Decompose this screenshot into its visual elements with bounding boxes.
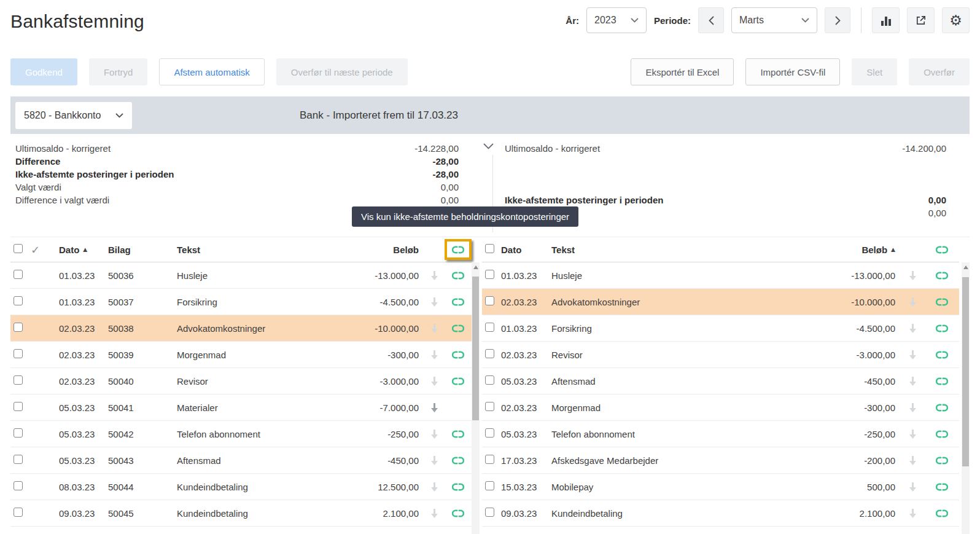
link-icon[interactable] (445, 483, 472, 491)
check-all-icon[interactable]: ✓ (31, 243, 40, 256)
move-down-icon[interactable] (424, 324, 445, 333)
select-all-checkbox[interactable] (14, 244, 23, 253)
link-icon[interactable] (925, 483, 959, 491)
row-checkbox[interactable] (14, 428, 23, 438)
column-header-dato[interactable]: Dato (501, 245, 551, 255)
move-down-icon[interactable] (424, 403, 445, 412)
move-down-icon[interactable] (424, 430, 445, 439)
row-checkbox[interactable] (14, 349, 23, 358)
select-all-checkbox[interactable] (485, 244, 494, 253)
next-period-button[interactable] (825, 7, 850, 33)
scrollbar-thumb[interactable] (962, 277, 969, 466)
link-icon[interactable] (445, 324, 472, 332)
move-down-icon[interactable] (424, 377, 445, 386)
approve-button[interactable]: Godkend (10, 58, 77, 85)
settings-button[interactable]: ⚙ (942, 7, 970, 33)
row-checkbox[interactable] (14, 270, 23, 279)
table-row[interactable]: 05.03.23 Aftensmad -450,00 (482, 368, 959, 395)
link-icon[interactable] (925, 430, 959, 438)
move-down-icon[interactable] (900, 456, 925, 465)
move-down-icon[interactable] (900, 324, 925, 333)
table-row[interactable]: 05.03.23 50042 Telefon abonnoment -250,0… (10, 421, 472, 447)
row-checkbox[interactable] (14, 481, 23, 490)
move-down-icon[interactable] (424, 350, 445, 359)
period-select[interactable]: Marts (731, 7, 817, 33)
move-down-icon[interactable] (900, 297, 925, 307)
move-down-icon[interactable] (424, 456, 445, 465)
link-icon[interactable] (445, 351, 472, 359)
link-icon[interactable] (445, 298, 472, 306)
year-select[interactable]: 2023 (586, 7, 647, 33)
table-row[interactable]: 02.03.23 Advokatomkostninger -10.000,00 (482, 289, 959, 315)
row-checkbox[interactable] (485, 402, 494, 411)
row-checkbox[interactable] (485, 270, 494, 279)
link-icon[interactable] (445, 272, 472, 280)
row-checkbox[interactable] (485, 481, 494, 490)
column-header-tekst[interactable]: Tekst (177, 245, 332, 255)
row-checkbox[interactable] (485, 296, 494, 305)
move-down-icon[interactable] (900, 430, 925, 439)
scroll-up-icon[interactable] (963, 265, 968, 269)
row-checkbox[interactable] (14, 296, 23, 305)
table-row[interactable]: 05.03.23 50041 Materialer -7.000,00 (10, 395, 472, 421)
undo-button[interactable]: Fortryd (89, 58, 148, 85)
table-row[interactable]: 02.03.23 Revisor -3.000,00 (482, 342, 959, 368)
link-icon[interactable] (445, 457, 472, 465)
bank-table-scrollbar[interactable] (472, 262, 480, 534)
table-row[interactable]: 02.03.23 50039 Morgenmad -300,00 (10, 342, 472, 368)
open-external-button[interactable] (907, 7, 935, 33)
row-checkbox[interactable] (485, 428, 494, 438)
row-checkbox[interactable] (14, 455, 23, 464)
move-down-icon[interactable] (900, 403, 925, 412)
table-row[interactable]: 15.03.23 Mobilepay 500,00 (482, 474, 959, 500)
link-icon[interactable] (925, 272, 959, 280)
table-row[interactable]: 02.03.23 50040 Revisor -3.000,00 (10, 368, 472, 395)
link-icon[interactable] (925, 509, 959, 517)
table-row[interactable]: 05.03.23 50043 Aftensmad -450,00 (10, 447, 472, 474)
link-icon[interactable] (925, 324, 959, 332)
transfer-next-period-button[interactable]: Overfør til næste periode (276, 58, 408, 85)
move-down-icon[interactable] (424, 297, 445, 307)
delete-button[interactable]: Slet (852, 58, 897, 85)
table-row[interactable]: 01.03.23 50037 Forsikring -4.500,00 (10, 289, 472, 315)
column-header-belob[interactable]: Beløb (332, 245, 424, 255)
move-down-icon[interactable] (424, 509, 445, 518)
import-csv-button[interactable]: Importér CSV-fil (745, 58, 840, 85)
account-select[interactable]: 5820 - Bankkonto (15, 102, 132, 129)
row-checkbox[interactable] (485, 349, 494, 358)
row-checkbox[interactable] (14, 323, 23, 332)
link-column-header[interactable] (925, 246, 959, 254)
row-checkbox[interactable] (485, 375, 494, 385)
table-row[interactable]: 01.03.23 Forsikring -4.500,00 (482, 315, 959, 342)
scroll-up-icon[interactable] (473, 265, 478, 269)
table-row[interactable]: 17.03.23 Afskedsgave Medarbejder -200,00 (482, 447, 959, 474)
link-icon[interactable] (925, 351, 959, 359)
scrollbar-thumb[interactable] (472, 277, 479, 420)
move-down-icon[interactable] (424, 271, 445, 280)
table-row[interactable]: 09.03.23 50045 Kundeindbetaling 2.100,00 (10, 500, 472, 527)
ledger-table-scrollbar[interactable] (962, 262, 970, 534)
link-icon[interactable] (925, 298, 959, 306)
export-excel-button[interactable]: Eksportér til Excel (631, 58, 734, 85)
chevron-down-icon[interactable] (481, 141, 496, 152)
move-down-icon[interactable] (900, 350, 925, 359)
table-row[interactable]: 08.03.23 50044 Kundeindbetaling 12.500,0… (10, 474, 472, 500)
column-header-belob[interactable]: Beløb ▲ (808, 245, 900, 255)
table-row[interactable]: 01.03.23 50036 Husleje -13.000,00 (10, 262, 472, 289)
row-checkbox[interactable] (485, 323, 494, 332)
row-checkbox[interactable] (485, 455, 494, 464)
column-header-bilag[interactable]: Bilag (108, 245, 177, 255)
table-row[interactable]: 05.03.23 Telefon abonnoment -250,00 (482, 421, 959, 447)
auto-reconcile-button[interactable]: Afstem automatisk (159, 58, 264, 85)
link-icon[interactable] (925, 377, 959, 385)
row-checkbox[interactable] (14, 508, 23, 517)
table-row[interactable]: 09.03.23 Kundeindbetaling 2.100,00 (482, 500, 959, 527)
row-checkbox[interactable] (485, 508, 494, 517)
report-button[interactable] (872, 7, 900, 33)
move-down-icon[interactable] (900, 509, 925, 518)
table-row[interactable]: 02.03.23 50038 Advokatomkostninger -10.0… (10, 315, 472, 342)
previous-period-button[interactable] (698, 7, 724, 33)
row-checkbox[interactable] (14, 375, 23, 385)
move-down-icon[interactable] (900, 271, 925, 280)
link-column-highlight-box[interactable] (445, 239, 472, 260)
